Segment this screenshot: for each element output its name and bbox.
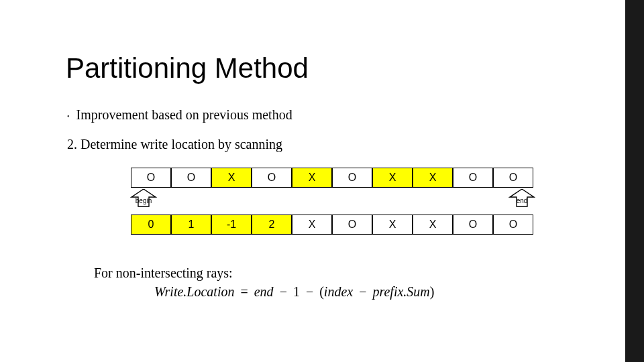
cell: O: [493, 168, 533, 188]
numbered-line: 2. Determine write location by scanning: [67, 137, 282, 152]
cell: 2: [252, 215, 292, 235]
bullet-line: •Improvement based on previous method: [67, 107, 292, 123]
cell: X: [372, 215, 413, 235]
cell: O: [493, 215, 533, 235]
slide-title: Partitioning Method: [66, 52, 309, 84]
begin-arrow-icon: begin: [126, 189, 161, 208]
end-arrow-icon: end: [504, 189, 539, 208]
bullet-dot-icon: •: [67, 113, 70, 120]
cell: X: [413, 168, 453, 188]
array-row-2: 0 1 -1 2 X O X X O O: [131, 215, 533, 235]
formula-one: 1: [293, 284, 300, 299]
cell: O: [332, 168, 372, 188]
minus-sign: −: [306, 284, 313, 299]
begin-label: begin: [136, 197, 152, 204]
minus-sign: −: [359, 284, 366, 299]
cell: X: [413, 215, 453, 235]
array-row-1: O O X O X O X X O O: [131, 168, 533, 188]
cell: O: [332, 215, 372, 235]
formula-end: end: [254, 284, 274, 299]
cell: X: [211, 168, 252, 188]
minus-sign: −: [280, 284, 287, 299]
slide: Partitioning Method •Improvement based o…: [0, 0, 644, 362]
formula-index: index: [324, 284, 353, 299]
open-paren: (: [319, 284, 324, 299]
cell: O: [453, 215, 493, 235]
cell: -1: [211, 215, 252, 235]
cell: O: [171, 168, 211, 188]
end-label: end: [517, 197, 528, 204]
formula: Write.Location = end − 1 − (index − pref…: [154, 284, 434, 300]
bullet-text: Improvement based on previous method: [76, 107, 292, 122]
cell: X: [372, 168, 413, 188]
cell: O: [131, 168, 171, 188]
equals-sign: =: [240, 284, 248, 299]
cell: O: [252, 168, 292, 188]
cell: 0: [131, 215, 171, 235]
formula-prefixsum: prefix.Sum: [372, 284, 429, 299]
cell: X: [292, 215, 332, 235]
formula-lhs: Write.Location: [154, 284, 234, 299]
cell: X: [292, 168, 332, 188]
side-stripe: [625, 0, 644, 362]
cell: 1: [171, 215, 211, 235]
cell: O: [453, 168, 493, 188]
close-paren: ): [430, 284, 435, 299]
formula-lead: For non-intersecting rays:: [94, 265, 233, 281]
